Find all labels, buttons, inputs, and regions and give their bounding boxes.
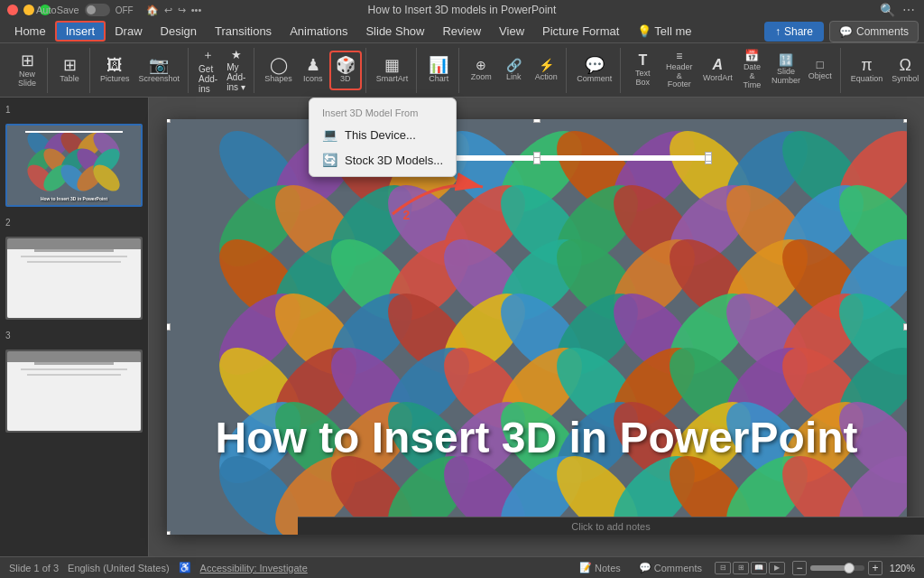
toolbar-group-links: ⊕ Zoom 🔗 Link ⚡ Action [461,48,567,93]
comments-icon: 💬 [839,25,853,38]
canvas-handle-mr[interactable] [903,323,907,331]
comment-icon: 💬 [585,57,605,73]
table-button[interactable]: ⊞ Table [53,51,86,90]
equation-button[interactable]: π Equation [846,51,888,90]
zoom-icon: ⊕ [476,59,486,71]
menu-item-tell-me[interactable]: 💡 Tell me [628,23,700,40]
toggle-knob [87,5,96,14]
menu-item-home[interactable]: Home [5,23,55,40]
zoom-controls: − + 120% [792,561,915,575]
comments-button[interactable]: 💬 Comments [829,21,919,42]
more-icon[interactable]: ••• [191,5,202,15]
close-button[interactable] [7,5,18,15]
menu-item-transitions[interactable]: Transitions [206,23,281,40]
toolbar-group-images: 🖼 Pictures 📷 Screenshot [92,48,189,93]
stock-models-icon: 🔄 [322,153,337,167]
menu-item-draw[interactable]: Draw [106,23,151,40]
zoom-out-button[interactable]: − [792,561,807,575]
canvas-handle-tl[interactable] [167,119,171,123]
resize-handle-bc[interactable] [533,157,541,164]
slide-preview-1: How to Insert 3D in PowerPoint [7,126,141,205]
screenshot-button[interactable]: 📷 Screenshot [134,51,185,90]
3d-models-button[interactable]: 🎲 3D [329,51,362,90]
minimize-button[interactable] [23,5,34,15]
share-button[interactable]: ↑ Share [764,22,824,42]
insert-3d-dropdown: Insert 3D Model From 💻 This Device... 🔄 … [309,98,457,177]
notes-button[interactable]: 📝 Notes [574,561,626,574]
menu-item-picture-format[interactable]: Picture Format [533,23,628,40]
canvas-handle-tc[interactable] [533,119,541,123]
pictures-button[interactable]: 🖼 Pictures [96,51,134,90]
more-actions-icon[interactable]: ⋯ [902,3,915,17]
menu-item-review[interactable]: Review [433,23,490,40]
symbol-button[interactable]: Ω Symbol [887,51,923,90]
petal-background [167,119,907,535]
datetime-button[interactable]: 📅 Date &Time [735,51,768,90]
pictures-icon: 🖼 [106,57,123,73]
home-icon[interactable]: 🏠 [146,5,159,16]
accessibility-info[interactable]: Accessibility: Investigate [200,563,308,573]
slide-number-button[interactable]: 🔢 SlideNumber [768,51,803,90]
chart-button[interactable]: 📊 Chart [422,51,455,90]
toolbar-group-smartart: ▦ SmartArt [368,48,418,93]
slide-sorter-icon[interactable]: ⊞ [733,562,749,574]
slide-thumbnail-2[interactable] [5,237,143,320]
slide-preview-2 [7,238,141,318]
textbox-button[interactable]: T TextBox [626,51,659,90]
menu-item-design[interactable]: Design [152,23,206,40]
stock-3d-models-option[interactable]: 🔄 Stock 3D Models... [310,147,456,172]
slideshow-icon[interactable]: ▶ [769,562,785,574]
wordart-button[interactable]: A WordArt [699,51,735,90]
my-addins-button[interactable]: ★ My Add-ins ▾ [222,46,250,94]
icons-button[interactable]: ♟ Icons [297,51,329,90]
new-slide-button[interactable]: ⊞ NewSlide [11,51,43,90]
action-button[interactable]: ⚡ Action [530,51,562,90]
wordart-icon: A [713,58,724,72]
redo-icon[interactable]: ↪ [178,5,186,16]
notes-area[interactable]: Click to add notes [298,517,924,535]
get-addins-icon: ＋ [202,47,214,63]
slide-thumbnail-3[interactable] [5,350,143,433]
click-to-add-notes: Click to add notes [571,521,650,532]
datetime-icon: 📅 [744,50,759,61]
link-button[interactable]: 🔗 Link [497,51,530,90]
slide-canvas: How to Insert 3D in PowerPoint 2 [167,119,907,535]
menu-item-insert[interactable]: Insert [55,21,106,42]
comment-button[interactable]: 💬 Comment [572,51,616,90]
slide-info: Slide 1 of 3 [9,563,59,573]
autosave-state: OFF [116,5,134,15]
zoom-slider-thumb[interactable] [844,563,855,573]
my-addins-icon: ★ [231,48,242,61]
object-button[interactable]: □ Object [804,51,836,90]
smartart-button[interactable]: ▦ SmartArt [372,51,413,90]
canvas-handle-tr[interactable] [903,119,907,123]
menu-item-animations[interactable]: Animations [281,23,356,40]
zoom-in-button[interactable]: + [868,561,882,575]
device-icon: 💻 [322,127,337,142]
menu-item-slideshow[interactable]: Slide Show [356,23,433,40]
slide-thumb-number-2: 2 [5,218,143,228]
zoom-level: 120% [886,563,915,573]
slide-title: How to Insert 3D in PowerPoint [167,413,907,462]
slide-thumbnail-1[interactable]: How to Insert 3D in PowerPoint [5,124,143,207]
reading-view-icon[interactable]: 📖 [751,562,767,574]
autosave-toggle[interactable] [85,4,110,16]
get-addins-button[interactable]: ＋ Get Add-ins [194,45,222,96]
undo-icon[interactable]: ↩ [164,5,172,16]
header-footer-button[interactable]: ≡ Header &Footer [659,51,699,90]
search-icon[interactable]: 🔍 [880,3,895,17]
zoom-slider[interactable] [810,565,864,571]
comments-status-button[interactable]: 💬 Comments [633,561,707,574]
textbox-icon: T [638,53,647,68]
toolbar-group-chart: 📊 Chart [419,48,459,93]
shapes-button[interactable]: ◯ Shapes [260,51,297,90]
menu-item-view[interactable]: View [490,23,533,40]
canvas-handle-ml[interactable] [167,323,171,331]
canvas-handle-bl[interactable] [167,531,171,535]
normal-view-icon[interactable]: ⊟ [715,562,731,574]
language-info: English (United States) [68,563,170,573]
this-device-option[interactable]: 💻 This Device... [310,122,456,147]
zoom-button[interactable]: ⊕ Zoom [465,51,497,90]
resize-handle-mr[interactable] [705,154,712,162]
slide-panel: 1 [0,98,149,556]
